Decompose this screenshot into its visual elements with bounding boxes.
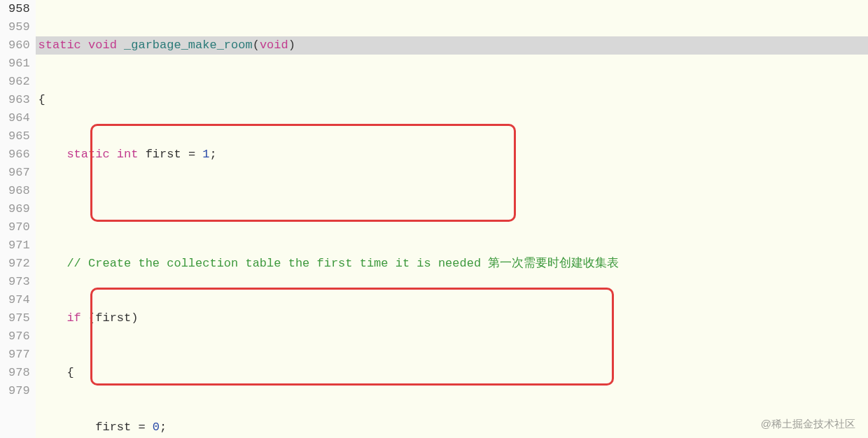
line-number: 966	[8, 146, 30, 164]
code-editor: 958 959 960 961 962 963 964 965 966 967 …	[0, 0, 868, 438]
code-content[interactable]: static void _garbage_make_room(void) { s…	[36, 0, 868, 438]
code-line: first = 0;	[36, 418, 868, 437]
line-number: 971	[8, 236, 30, 255]
watermark: @稀土掘金技术社区	[761, 418, 855, 431]
line-number: 967	[8, 164, 30, 182]
line-number: 965	[8, 127, 30, 146]
line-number: 962	[8, 73, 30, 91]
line-number: 960	[8, 36, 30, 55]
line-number: 969	[8, 200, 30, 218]
code-line: static void _garbage_make_room(void)	[36, 36, 868, 55]
code-line: {	[36, 364, 868, 382]
line-number: 979	[8, 382, 30, 400]
line-number: 972	[8, 255, 30, 273]
line-number: 964	[8, 109, 30, 127]
line-number: 963	[8, 91, 30, 109]
line-number-gutter: 958 959 960 961 962 963 964 965 966 967 …	[0, 0, 36, 438]
code-line: if (first)	[36, 309, 868, 327]
line-number: 974	[8, 291, 30, 309]
code-line: // Create the collection table the first…	[36, 255, 868, 273]
line-number: 978	[8, 364, 30, 382]
line-number: 968	[8, 182, 30, 200]
line-number: 976	[8, 327, 30, 346]
line-number: 970	[8, 218, 30, 236]
line-number: 959	[8, 18, 30, 36]
line-number: 958	[8, 0, 30, 18]
code-line: {	[36, 91, 868, 109]
line-number: 973	[8, 273, 30, 291]
line-number: 961	[8, 55, 30, 73]
code-line	[36, 200, 868, 218]
code-line: static int first = 1;	[36, 146, 868, 164]
line-number: 977	[8, 346, 30, 364]
line-number: 975	[8, 309, 30, 327]
